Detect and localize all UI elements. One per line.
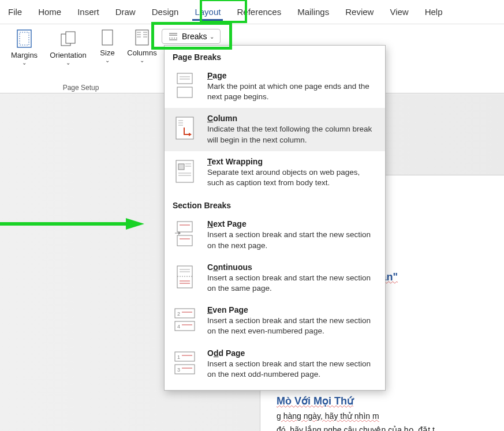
- margins-icon: [14, 29, 34, 48]
- columns-label: Columns: [127, 48, 156, 57]
- svg-rect-3: [66, 32, 75, 43]
- svg-rect-19: [177, 87, 192, 98]
- svg-rect-34: [177, 235, 192, 246]
- doc-paragraph: g hàng ngày, hãy thử nhìn m: [277, 410, 504, 422]
- doc-paragraph: đó, hãy lắng nghe câu chuyện của họ, đặt…: [277, 423, 504, 431]
- svg-rect-28: [178, 164, 184, 170]
- size-label: Size: [100, 48, 114, 57]
- svg-rect-18: [177, 73, 192, 84]
- break-column-item[interactable]: Column Indicate that the text following …: [165, 108, 385, 151]
- odd-page-break-icon: 13: [173, 348, 197, 377]
- break-wrap-title: Text Wrapping: [207, 157, 377, 166]
- tab-file[interactable]: File: [0, 0, 30, 24]
- svg-text:2: 2: [177, 311, 180, 317]
- even-page-break-icon: 24: [173, 305, 197, 334]
- break-page-desc: Mark the point at which one page ends an…: [207, 81, 377, 102]
- margins-label: Margins: [11, 51, 38, 59]
- size-icon: [99, 29, 116, 46]
- break-continuous-title: Continuous: [207, 263, 377, 272]
- break-odd-page-title: Odd Page: [207, 348, 377, 358]
- chevron-down-icon: ⌄: [22, 59, 27, 66]
- break-page-item[interactable]: Page Mark the point at which one page en…: [165, 65, 385, 108]
- break-even-page-desc: Insert a section break and start the new…: [207, 316, 377, 336]
- chevron-down-icon: ⌄: [105, 57, 110, 63]
- break-odd-page-item[interactable]: 13 Odd Page Insert a section break and s…: [165, 343, 385, 385]
- break-next-page-title: Next Page: [207, 219, 377, 228]
- svg-text:3: 3: [177, 367, 180, 373]
- break-page-title: Page: [207, 71, 377, 80]
- section-breaks-label: Section Breaks: [165, 194, 385, 213]
- tab-references[interactable]: References: [229, 0, 289, 24]
- columns-icon: [133, 29, 151, 46]
- break-column-desc: Indicate that the text following the col…: [207, 124, 377, 145]
- svg-rect-33: [177, 222, 192, 232]
- breaks-label: Breaks: [182, 32, 207, 41]
- page-breaks-section-label: Page Breaks: [165, 46, 385, 65]
- tab-home[interactable]: Home: [30, 0, 69, 24]
- break-column-title: Column: [207, 114, 377, 123]
- break-text-wrapping-item[interactable]: Text Wrapping Separate text around objec…: [165, 151, 385, 194]
- tab-design[interactable]: Design: [144, 0, 187, 24]
- tab-help[interactable]: Help: [417, 0, 451, 24]
- orientation-icon: [58, 29, 78, 48]
- chevron-down-icon: ⌄: [140, 57, 144, 63]
- columns-button[interactable]: Columns ⌄: [126, 27, 158, 68]
- break-continuous-desc: Insert a section break and start the new…: [207, 273, 377, 294]
- tab-draw[interactable]: Draw: [107, 0, 144, 24]
- svg-text:4: 4: [177, 324, 180, 329]
- orientation-label: Orientation: [50, 51, 87, 59]
- breaks-icon: [168, 32, 178, 41]
- margins-button[interactable]: Margins ⌄: [3, 27, 45, 68]
- next-page-break-icon: [173, 219, 197, 248]
- breaks-button[interactable]: Breaks ⌄: [162, 29, 221, 44]
- size-button[interactable]: Size ⌄: [91, 27, 124, 68]
- doc-heading-3: Mò Với Mọi Thứ: [277, 395, 504, 407]
- tab-insert[interactable]: Insert: [69, 0, 107, 24]
- break-next-page-item[interactable]: Next Page Insert a section break and sta…: [165, 213, 385, 256]
- tab-view[interactable]: View: [382, 0, 416, 24]
- break-odd-page-desc: Insert a section break and start the new…: [207, 359, 377, 380]
- svg-text:1: 1: [177, 354, 180, 360]
- break-next-page-desc: Insert a section break and start the new…: [207, 230, 377, 250]
- break-continuous-item[interactable]: Continuous Insert a section break and st…: [165, 257, 385, 299]
- break-even-page-title: Even Page: [207, 305, 377, 314]
- column-break-icon: [173, 114, 197, 143]
- continuous-break-icon: [173, 263, 197, 291]
- tab-mailings[interactable]: Mailings: [289, 0, 337, 24]
- ribbon-tabs: File Home Insert Draw Design Layout Refe…: [0, 0, 504, 24]
- break-wrap-desc: Separate text around objects on web page…: [207, 167, 377, 188]
- svg-rect-4: [102, 30, 113, 45]
- chevron-down-icon: ⌄: [66, 59, 70, 66]
- break-even-page-item[interactable]: 24 Even Page Insert a section break and …: [165, 299, 385, 342]
- page-break-icon: [173, 71, 197, 100]
- tab-review[interactable]: Review: [337, 0, 382, 24]
- breaks-dropdown: Page Breaks Page Mark the point at which…: [164, 45, 386, 391]
- text-wrap-break-icon: [173, 157, 197, 186]
- group-label-page-setup: Page Setup: [0, 84, 162, 92]
- svg-rect-1: [20, 32, 29, 45]
- orientation-button[interactable]: Orientation ⌄: [47, 27, 89, 68]
- chevron-down-icon: ⌄: [210, 33, 214, 40]
- tab-layout[interactable]: Layout: [186, 0, 229, 24]
